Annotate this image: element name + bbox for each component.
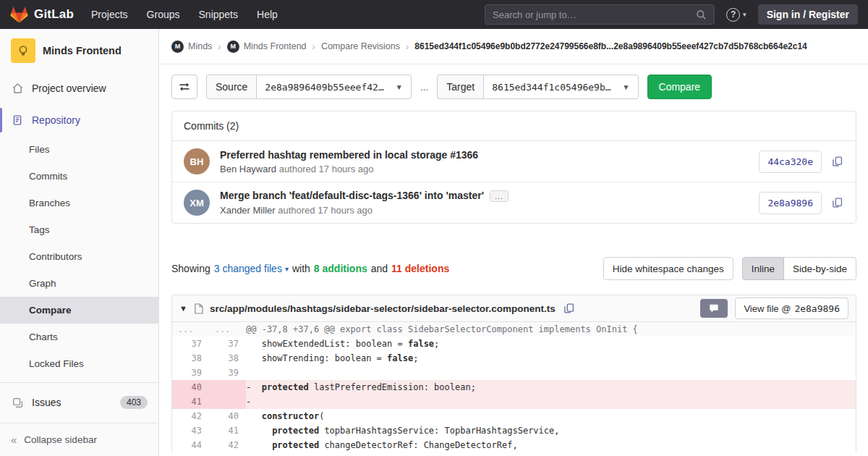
sidebar-item-tags[interactable]: Tags	[0, 216, 158, 243]
sidebar-item-repository[interactable]: Repository	[0, 104, 158, 136]
breadcrumb-link-minds-frontend[interactable]: MMinds Frontend	[227, 41, 307, 53]
repository-submenu: FilesCommitsBranchesTagsContributorsGrap…	[0, 136, 158, 377]
breadcrumb: MMinds›MMinds Frontend›Compare Revisions…	[160, 29, 868, 64]
old-line-number[interactable]: 41	[172, 394, 209, 409]
diff-file-path-link[interactable]: src/app/modules/hashtags/sidebar-selecto…	[210, 303, 556, 314]
sidebar-item-contributors[interactable]: Contributors	[0, 243, 158, 270]
project-context-header[interactable]: Minds Frontend	[0, 29, 158, 69]
diff-mode-button-group: Inline Side-by-side	[742, 257, 856, 280]
diff-line: 41-	[172, 394, 856, 409]
sidebar-item-project-overview[interactable]: Project overview	[0, 72, 158, 104]
clipboard-icon	[563, 303, 574, 314]
breadcrumb-link-minds[interactable]: MMinds	[171, 41, 212, 53]
breadcrumb-link-compare-revisions[interactable]: Compare Revisions	[321, 41, 400, 51]
avatar[interactable]: BH	[184, 148, 210, 174]
old-line-number[interactable]: 37	[172, 337, 209, 351]
toggle-comments-button[interactable]	[700, 299, 728, 318]
old-line-number: ...	[172, 322, 209, 337]
gitlab-home-link[interactable]: GitLab	[10, 6, 74, 23]
lightbulb-icon	[17, 45, 29, 57]
source-ref-dropdown[interactable]: 2e8a9896409b55eeef42… ▼	[256, 75, 411, 99]
project-title: Minds Frontend	[43, 45, 122, 56]
diff-line-code: @@ -37,8 +37,6 @@ export class SidebarSe…	[246, 322, 856, 337]
commit-author-link[interactable]: Xander Miller	[220, 205, 276, 216]
new-line-number[interactable]: 37	[209, 337, 246, 351]
view-file-sha: 2e8a9896	[794, 303, 840, 314]
search-input[interactable]	[493, 9, 690, 20]
nav-link-projects[interactable]: Projects	[91, 9, 128, 20]
collapse-diff-caret-icon[interactable]: ▼	[179, 304, 187, 313]
breadcrumb-label: Compare Revisions	[321, 41, 400, 51]
swap-arrows-icon	[179, 82, 190, 92]
old-line-number[interactable]: 39	[172, 366, 209, 380]
new-line-number: ...	[209, 322, 246, 337]
collapse-chevrons-icon: «	[11, 434, 17, 446]
expand-commit-description-button[interactable]: ...	[490, 190, 509, 202]
content: Source 2e8a9896409b55eeef42… ▼ ... Targe…	[160, 64, 868, 452]
chevron-down-icon: ▾	[743, 11, 746, 18]
new-line-number[interactable]: 42	[209, 438, 246, 452]
breadcrumb-label: Minds	[188, 41, 212, 51]
sidebar-item-branches[interactable]: Branches	[0, 190, 158, 216]
commit-sha-button[interactable]: 2e8a9896	[759, 192, 822, 214]
commit-title-line: Merge branch 'feat/default-disc-tags-136…	[220, 190, 749, 202]
collapse-sidebar-button[interactable]: « Collapse sidebar	[0, 423, 158, 456]
repository-icon	[11, 114, 24, 126]
view-file-button[interactable]: View file @ 2e8a9896	[735, 297, 848, 319]
sidebar-divider	[0, 382, 158, 383]
commit-author-link[interactable]: Ben Hayward	[220, 164, 276, 174]
sign-in-register-button[interactable]: Sign in / Register	[758, 4, 858, 25]
sidebar-item-files[interactable]: Files	[0, 136, 158, 163]
sidebar-item-label: Issues	[32, 397, 61, 408]
commit-title-link[interactable]: Preferred hashtag remembered in local st…	[220, 149, 478, 161]
copy-commit-sha-button[interactable]	[830, 154, 844, 169]
hide-whitespace-button[interactable]: Hide whitespace changes	[603, 257, 733, 280]
navbar-right: ? ▾ Sign in / Register	[485, 4, 858, 25]
commit-sha-button[interactable]: 44ca320e	[759, 151, 822, 173]
breadcrumb-commit-range: 8615ed344f1c05496e9b0bd2772e24799566e8fb…	[414, 41, 807, 51]
breadcrumb-separator: ›	[406, 41, 409, 52]
sidebar-item-locked-files[interactable]: Locked Files	[0, 350, 158, 377]
inline-view-button[interactable]: Inline	[742, 257, 784, 280]
search-box	[485, 4, 715, 25]
diff-line: 40- protected lastPreferredEmission: boo…	[172, 380, 856, 394]
diff-line-code: showTrending: boolean = false;	[246, 351, 856, 366]
swap-revisions-button[interactable]	[171, 75, 197, 99]
new-line-number[interactable]: 41	[209, 423, 246, 438]
minds-frontend-avatar: M	[227, 41, 239, 53]
additions-count: 8 additions	[314, 263, 367, 274]
sidebar-item-charts[interactable]: Charts	[0, 324, 158, 350]
old-line-number[interactable]: 44	[172, 438, 209, 452]
side-by-side-view-button[interactable]: Side-by-side	[783, 257, 856, 280]
issues-count-badge: 403	[120, 396, 148, 409]
new-line-number[interactable]	[209, 380, 246, 394]
sidebar-item-issues[interactable]: Issues 403	[0, 388, 158, 417]
copy-commit-sha-button[interactable]	[830, 195, 844, 210]
sidebar-item-compare[interactable]: Compare	[0, 297, 158, 324]
target-ref-dropdown[interactable]: 8615ed344f1c05496e9b… ▼	[483, 75, 638, 99]
sidebar-item-commits[interactable]: Commits	[0, 163, 158, 190]
old-line-number[interactable]: 43	[172, 423, 209, 438]
changed-files-dropdown[interactable]: 3 changed files ▾	[214, 263, 289, 274]
copy-file-path-button[interactable]	[562, 301, 576, 316]
compare-button[interactable]: Compare	[647, 75, 712, 99]
help-menu[interactable]: ? ▾	[726, 8, 746, 22]
nav-link-snippets[interactable]: Snippets	[199, 9, 238, 20]
source-label: Source	[206, 75, 256, 99]
new-line-number[interactable]	[209, 394, 246, 409]
new-line-number[interactable]: 39	[209, 366, 246, 380]
new-line-number[interactable]: 40	[209, 409, 246, 423]
new-line-number[interactable]: 38	[209, 351, 246, 366]
diff-line-code: protected changeDetectorRef: ChangeDetec…	[246, 438, 856, 452]
avatar[interactable]: XM	[184, 190, 210, 216]
nav-link-help[interactable]: Help	[257, 9, 278, 20]
sidebar-item-graph[interactable]: Graph	[0, 270, 158, 297]
old-line-number[interactable]: 42	[172, 409, 209, 423]
target-ref-value: 8615ed344f1c05496e9b…	[492, 82, 610, 93]
old-line-number[interactable]: 40	[172, 380, 209, 394]
commit-title-link[interactable]: Merge branch 'feat/default-disc-tags-136…	[220, 190, 484, 201]
diff-line-code: -	[246, 394, 856, 409]
old-line-number[interactable]: 38	[172, 351, 209, 366]
commit-row: XMMerge branch 'feat/default-disc-tags-1…	[172, 182, 856, 223]
nav-link-groups[interactable]: Groups	[147, 9, 180, 20]
